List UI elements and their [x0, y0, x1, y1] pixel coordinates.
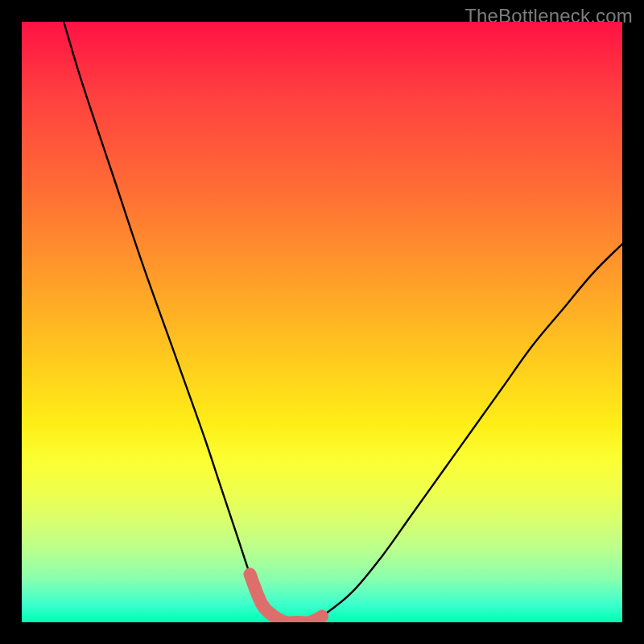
chart-frame: TheBottleneck.com: [0, 0, 644, 644]
chart-svg: [22, 22, 622, 622]
highlight-band: [250, 574, 322, 622]
bottleneck-curve: [64, 22, 622, 622]
chart-plot-area: [22, 22, 622, 622]
